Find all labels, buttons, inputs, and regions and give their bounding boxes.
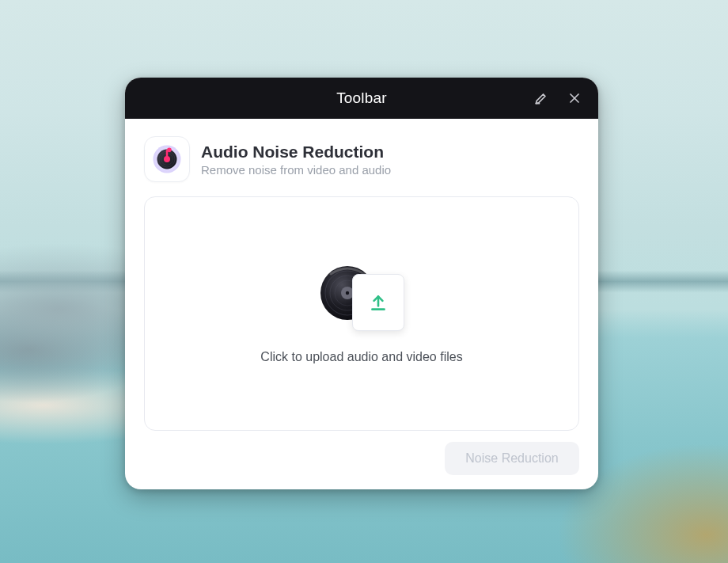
feature-icon-tile bbox=[144, 136, 190, 182]
feature-header-text: Audio Noise Reduction Remove noise from … bbox=[201, 142, 391, 177]
footer-actions: Noise Reduction bbox=[144, 431, 579, 475]
edit-icon bbox=[533, 90, 549, 106]
upload-badge bbox=[352, 274, 404, 331]
feature-title: Audio Noise Reduction bbox=[201, 142, 391, 162]
svg-point-7 bbox=[167, 148, 172, 153]
titlebar: Toolbar bbox=[125, 78, 598, 119]
upload-illustration bbox=[314, 263, 409, 331]
svg-point-13 bbox=[346, 291, 349, 295]
close-icon bbox=[567, 90, 582, 106]
titlebar-actions bbox=[525, 78, 590, 119]
feature-header: Audio Noise Reduction Remove noise from … bbox=[144, 136, 579, 182]
window-content: Audio Noise Reduction Remove noise from … bbox=[125, 119, 598, 489]
upload-prompt: Click to upload audio and video files bbox=[260, 350, 462, 364]
window-title: Toolbar bbox=[336, 89, 387, 107]
desktop-wallpaper: Toolbar bbox=[0, 0, 728, 563]
feature-subtitle: Remove noise from video and audio bbox=[201, 163, 391, 177]
noise-reduction-button[interactable]: Noise Reduction bbox=[445, 442, 579, 475]
close-button[interactable] bbox=[559, 82, 590, 114]
edit-button[interactable] bbox=[525, 82, 557, 114]
upload-dropzone[interactable]: Click to upload audio and video files bbox=[144, 196, 579, 431]
vinyl-music-icon bbox=[151, 143, 183, 175]
upload-icon bbox=[368, 292, 389, 313]
noise-reduction-button-label: Noise Reduction bbox=[465, 451, 558, 466]
toolbar-window: Toolbar bbox=[125, 78, 598, 489]
